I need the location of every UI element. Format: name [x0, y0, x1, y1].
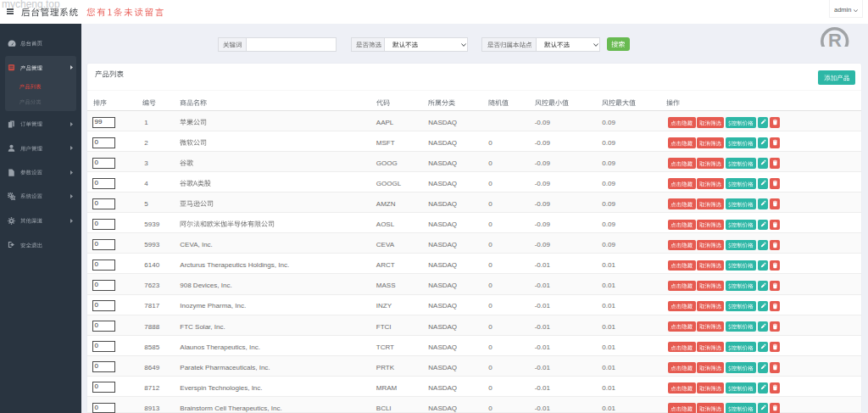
svg-text:R: R	[828, 30, 842, 47]
